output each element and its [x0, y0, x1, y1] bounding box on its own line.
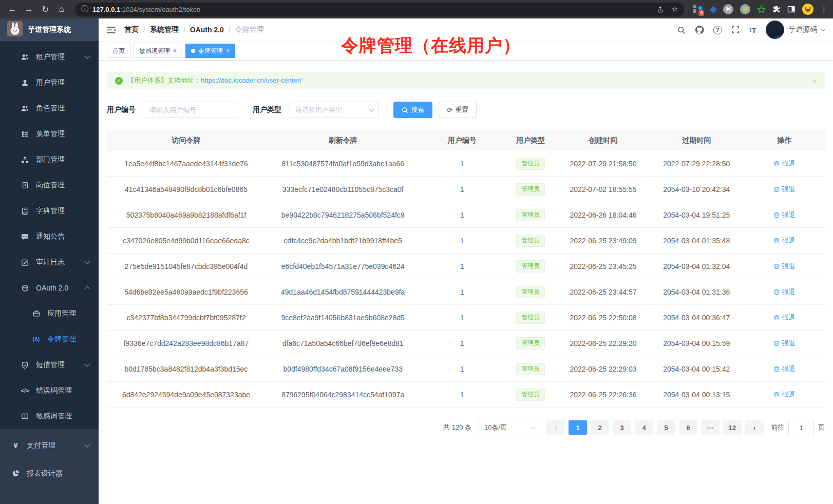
total-count: 共 120 条 — [443, 423, 471, 432]
user-type-cell: 管理员 — [504, 279, 558, 305]
sidebar-item-oauth-face[interactable]: OAuth 2.0 — [0, 275, 99, 301]
sidebar-item-open-book[interactable]: 敏感词管理 — [0, 403, 99, 429]
browser-toolbar: ← → ↻ ⌂ ⓘ 127.0.0.1:1024/system/oauth2/t… — [0, 0, 833, 18]
app-logo[interactable]: 芋道管理系统 — [0, 18, 99, 41]
chevron-down-icon — [84, 258, 90, 264]
search-icon[interactable] — [677, 26, 686, 34]
browser-profile-avatar[interactable] — [802, 4, 813, 15]
browser-reload-button[interactable]: ↻ — [38, 2, 52, 16]
tab-item[interactable]: 敏感词管理× — [134, 44, 182, 58]
pager-page-button[interactable]: 3 — [613, 420, 631, 435]
github-icon[interactable] — [695, 25, 704, 34]
site-info-icon[interactable]: ⓘ — [81, 5, 88, 14]
sidebar-item-yen[interactable]: ¥支付管理 — [0, 431, 99, 459]
fullscreen-icon[interactable] — [731, 26, 740, 34]
tab-active[interactable]: 令牌管理× — [185, 44, 235, 58]
browser-home-button[interactable]: ⌂ — [54, 2, 69, 16]
pager-next-button[interactable]: › — [745, 420, 764, 435]
sidebar-bottom-menu: ¥支付管理报表设计器 — [0, 429, 99, 504]
extension-gem-icon[interactable]: ◆ — [710, 5, 716, 14]
alert-close-icon[interactable]: × — [812, 76, 817, 85]
sidebar-item-role-users[interactable]: 角色管理 — [0, 95, 99, 121]
extensions-puzzle-icon[interactable] — [772, 5, 781, 13]
extension-grid-icon[interactable]: ◆ 9 — [692, 4, 704, 15]
goto-page-input[interactable] — [788, 420, 814, 435]
browser-address-bar[interactable]: ⓘ 127.0.0.1:1024/system/oauth2/token ☆ — [75, 3, 684, 16]
message-icon — [21, 233, 29, 241]
browser-menu-icon[interactable]: ⋮ — [820, 5, 828, 14]
user-id-cell: 1 — [420, 356, 503, 382]
delete-trash-icon — [773, 289, 780, 295]
force-logout-button[interactable]: 强退 — [773, 390, 795, 399]
tab-close-icon[interactable]: × — [226, 48, 230, 54]
force-logout-button[interactable]: 强退 — [773, 262, 795, 271]
reset-button[interactable]: ⟳ 重置 — [439, 102, 477, 118]
column-header: 操作 — [744, 130, 825, 151]
force-logout-button[interactable]: 强退 — [773, 339, 795, 348]
tab-item[interactable]: 首页 — [107, 44, 130, 58]
user-id-cell: 1 — [420, 202, 503, 228]
force-logout-button[interactable]: 强退 — [773, 236, 795, 245]
breadcrumb-item: 令牌管理 — [235, 25, 264, 34]
sidebar-item-pie[interactable]: 报表设计器 — [0, 459, 99, 488]
sidebar-item-menu-tree[interactable]: 菜单管理 — [0, 121, 99, 147]
force-logout-button[interactable]: 强退 — [773, 287, 795, 297]
extension-record-icon[interactable] — [740, 4, 750, 14]
access-token-cell: 41c41346a548490f9dc8b01c6bfe0865 — [107, 177, 266, 202]
app-title: 芋道管理系统 — [28, 25, 71, 34]
tab-close-icon[interactable]: × — [173, 48, 177, 54]
sidebar-item-briefcase[interactable]: 应用管理 — [0, 301, 99, 326]
doc-alert: ✓ 【用户体系】文档地址：https://doc.iocoder.cn/user… — [107, 72, 825, 89]
force-logout-label: 强退 — [782, 287, 795, 297]
search-icon — [402, 107, 408, 113]
force-logout-button[interactable]: 强退 — [773, 364, 795, 374]
extension-command-icon[interactable]: ⌘ — [723, 4, 733, 14]
sidebar-item-code[interactable]: </>错误码管理 — [0, 378, 99, 403]
refresh-token-cell: 811c530487574fa0af1a59d3abc1aa66 — [266, 151, 421, 177]
font-size-icon[interactable]: TT — [749, 26, 756, 34]
browser-forward-button[interactable]: → — [22, 2, 36, 16]
extension-star-icon[interactable] — [757, 5, 766, 14]
pager-page-button[interactable]: 2 — [591, 420, 609, 435]
alert-doc-link[interactable]: https://doc.iocoder.cn/user-center/ — [201, 76, 301, 84]
bookmark-star-icon[interactable]: ☆ — [671, 5, 678, 14]
sidebar-item-token-a[interactable]: (A)令牌管理 — [0, 326, 99, 352]
sidebar-item-message[interactable]: 通知公告 — [0, 224, 99, 249]
breadcrumb-item[interactable]: 系统管理 — [150, 25, 179, 34]
breadcrumb-item[interactable]: 首页 — [124, 25, 139, 34]
pager-more[interactable]: ··· — [701, 420, 720, 435]
pager-page-button[interactable]: 4 — [635, 420, 653, 435]
force-logout-button[interactable]: 强退 — [773, 313, 795, 322]
sidebar-item-shield-check[interactable]: 短信管理 — [0, 352, 99, 378]
force-logout-button[interactable]: 强退 — [773, 210, 795, 220]
browser-back-button[interactable]: ← — [5, 2, 20, 16]
sidebar-collapse-icon[interactable] — [107, 26, 116, 34]
force-logout-button[interactable]: 强退 — [773, 159, 795, 168]
create-time-cell: 2022-06-25 22:50:08 — [558, 305, 649, 331]
sidebar-item-badge[interactable]: 岗位管理 — [0, 172, 99, 198]
user-type-cell: 管理员 — [504, 202, 558, 228]
dict-book-icon — [21, 207, 29, 215]
breadcrumb-item[interactable]: OAuth 2.0 — [190, 26, 224, 34]
user-type-select[interactable]: 请选择用户类型 — [289, 102, 379, 118]
search-button[interactable]: 搜索 — [393, 102, 432, 118]
pager-prev-button[interactable]: ‹ — [546, 420, 565, 435]
share-icon[interactable] — [656, 6, 664, 13]
side-panel-icon[interactable] — [787, 5, 796, 13]
sidebar-item-users[interactable]: 租户管理 — [0, 44, 99, 70]
user-dropdown[interactable]: 芋道源码 — [766, 21, 825, 39]
user-id-input[interactable] — [143, 102, 237, 118]
pager-page-button[interactable]: 5 — [657, 420, 675, 435]
sidebar-item-edit-log[interactable]: 审计日志 — [0, 249, 99, 275]
page-size-select[interactable]: 10条/页 — [479, 420, 539, 435]
delete-trash-icon — [773, 340, 780, 346]
pager-page-button[interactable]: 1 — [569, 420, 587, 435]
sidebar-item-dict-book[interactable]: 字典管理 — [0, 198, 99, 224]
sidebar-item-org-tree[interactable]: 部门管理 — [0, 147, 99, 172]
sidebar-item-user[interactable]: 用户管理 — [0, 70, 99, 95]
help-icon[interactable]: ? — [713, 26, 722, 34]
pager-page-button[interactable]: 12 — [723, 420, 742, 435]
force-logout-button[interactable]: 强退 — [773, 185, 795, 194]
pager-page-button[interactable]: 6 — [679, 420, 697, 435]
refresh-token-cell: 333ecfc71e02480cb11055c875c3ca0f — [266, 177, 421, 202]
